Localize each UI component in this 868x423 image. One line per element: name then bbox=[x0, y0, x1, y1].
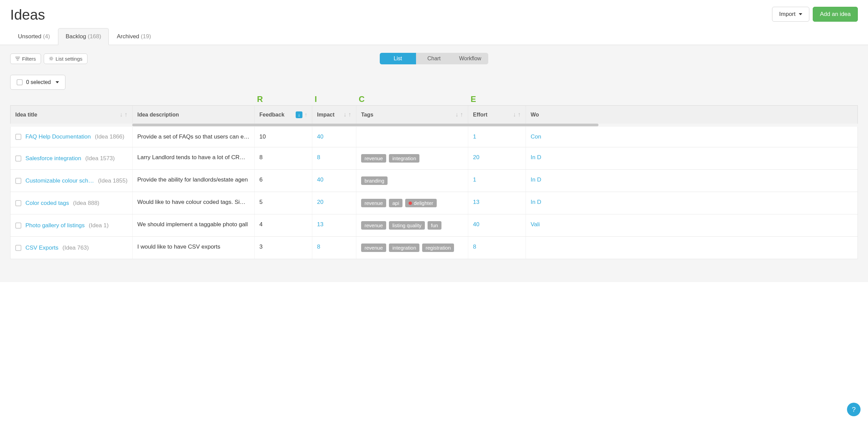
select-all-pill[interactable]: 0 selected bbox=[10, 75, 65, 90]
row-checkbox[interactable] bbox=[15, 178, 21, 184]
tag[interactable]: delighter bbox=[405, 199, 437, 207]
sort-active-desc-icon[interactable]: ↓ bbox=[296, 111, 302, 118]
cell-tags: revenueintegrationregistration bbox=[356, 237, 468, 259]
cell-feedback: 3 bbox=[255, 237, 312, 259]
sort-arrows-icon[interactable]: ↓ ↑ bbox=[455, 111, 463, 118]
cell-title: Salesforce integration(Idea 1573) bbox=[11, 147, 133, 169]
col-effort[interactable]: Effort ↓ ↑ bbox=[468, 106, 526, 124]
tag-label: integration bbox=[392, 245, 416, 251]
sort-arrows-icon[interactable]: ↓ ↑ bbox=[120, 111, 127, 118]
col-feedback[interactable]: Feedback ↓ ↑ bbox=[255, 106, 312, 124]
cell-tags: branding bbox=[356, 170, 468, 192]
col-workflow-label: Wo bbox=[531, 112, 539, 118]
tab-archived-count: (19) bbox=[141, 33, 151, 40]
filters-button[interactable]: Filters bbox=[10, 54, 41, 64]
tag-dot-icon bbox=[409, 202, 412, 205]
cell-effort[interactable]: 20 bbox=[468, 147, 526, 169]
cell-workflow[interactable]: Vali bbox=[526, 214, 567, 236]
cell-effort[interactable]: 13 bbox=[468, 192, 526, 214]
table-row[interactable]: Color coded tags(Idea 888)Would like to … bbox=[10, 192, 858, 214]
idea-id: (Idea 1855) bbox=[98, 177, 127, 184]
tab-unsorted[interactable]: Unsorted (4) bbox=[10, 28, 58, 45]
tag[interactable]: integration bbox=[389, 154, 419, 163]
idea-title-link[interactable]: Photo gallery of listings bbox=[25, 222, 85, 229]
rice-header-row: R I C E bbox=[0, 94, 868, 104]
cell-impact[interactable]: 40 bbox=[312, 170, 356, 192]
view-list[interactable]: List bbox=[380, 53, 416, 64]
col-description-label: Idea description bbox=[137, 112, 179, 118]
cell-effort[interactable]: 40 bbox=[468, 214, 526, 236]
tab-archived[interactable]: Archived (19) bbox=[109, 28, 159, 45]
cell-title: Photo gallery of listings(Idea 1) bbox=[11, 214, 133, 236]
row-checkbox[interactable] bbox=[15, 155, 21, 162]
sort-arrows-icon[interactable]: ↓ ↑ bbox=[343, 111, 351, 118]
svg-point-0 bbox=[50, 58, 52, 59]
rice-i-label: I bbox=[312, 94, 356, 104]
horizontal-scrollbar[interactable] bbox=[132, 124, 598, 126]
table-row[interactable]: FAQ Help Documentation(Idea 1866)Provide… bbox=[10, 127, 858, 147]
cell-effort[interactable]: 1 bbox=[468, 170, 526, 192]
col-tags[interactable]: Tags ↓ ↑ bbox=[356, 106, 468, 124]
tag[interactable]: revenue bbox=[361, 199, 386, 207]
tag[interactable]: listing quality bbox=[389, 221, 425, 230]
tag[interactable]: integration bbox=[389, 244, 419, 252]
filter-icon bbox=[15, 56, 20, 61]
cell-title: Color coded tags(Idea 888) bbox=[11, 192, 133, 214]
table-row[interactable]: Photo gallery of listings(Idea 1)We shou… bbox=[10, 214, 858, 237]
col-idea-title[interactable]: Idea title ↓ ↑ bbox=[11, 106, 133, 124]
cell-workflow[interactable] bbox=[526, 237, 567, 259]
table-row[interactable]: Salesforce integration(Idea 1573)Larry L… bbox=[10, 147, 858, 170]
cell-impact[interactable]: 8 bbox=[312, 147, 356, 169]
cell-effort[interactable]: 8 bbox=[468, 237, 526, 259]
import-button[interactable]: Import bbox=[772, 7, 809, 22]
sort-asc-icon[interactable]: ↑ bbox=[304, 112, 307, 118]
view-workflow[interactable]: Workflow bbox=[452, 53, 488, 64]
cell-workflow[interactable]: In D bbox=[526, 192, 567, 214]
col-workflow[interactable]: Wo bbox=[526, 106, 567, 124]
cell-effort[interactable]: 1 bbox=[468, 127, 526, 147]
rice-r-label: R bbox=[254, 94, 312, 104]
select-all-checkbox[interactable] bbox=[17, 79, 23, 85]
cell-title: Customizable colour sch…(Idea 1855) bbox=[11, 170, 133, 192]
tag[interactable]: branding bbox=[361, 176, 388, 185]
cell-impact[interactable]: 20 bbox=[312, 192, 356, 214]
tag[interactable]: api bbox=[389, 199, 402, 207]
view-chart[interactable]: Chart bbox=[416, 53, 452, 64]
idea-title-link[interactable]: Salesforce integration bbox=[25, 155, 81, 162]
tag-label: api bbox=[392, 200, 399, 206]
cell-feedback: 4 bbox=[255, 214, 312, 236]
sort-arrows-icon[interactable]: ↓ ↑ bbox=[513, 111, 521, 118]
cell-impact[interactable]: 13 bbox=[312, 214, 356, 236]
add-idea-button[interactable]: Add an idea bbox=[813, 7, 858, 22]
import-label: Import bbox=[779, 11, 795, 18]
row-checkbox[interactable] bbox=[15, 200, 21, 206]
list-settings-button[interactable]: List settings bbox=[44, 54, 87, 64]
cell-description: Provide a set of FAQs so that users can … bbox=[133, 127, 255, 147]
idea-title-link[interactable]: Color coded tags bbox=[25, 200, 69, 207]
cell-workflow[interactable]: In D bbox=[526, 147, 567, 169]
cell-workflow[interactable]: Con bbox=[526, 127, 567, 147]
row-checkbox[interactable] bbox=[15, 245, 21, 251]
col-impact[interactable]: Impact ↓ ↑ bbox=[312, 106, 356, 124]
tag[interactable]: fun bbox=[428, 221, 441, 230]
cell-description: We should implement a taggable photo gal… bbox=[133, 214, 255, 236]
cell-workflow[interactable]: In D bbox=[526, 170, 567, 192]
idea-title-link[interactable]: FAQ Help Documentation bbox=[25, 133, 91, 140]
col-description[interactable]: Idea description bbox=[133, 106, 255, 124]
cell-impact[interactable]: 40 bbox=[312, 127, 356, 147]
tag[interactable]: revenue bbox=[361, 244, 386, 252]
tag[interactable]: revenue bbox=[361, 221, 386, 230]
idea-title-link[interactable]: CSV Exports bbox=[25, 245, 58, 251]
row-checkbox[interactable] bbox=[15, 134, 21, 140]
tag[interactable]: registration bbox=[422, 244, 454, 252]
ideas-table: Idea title ↓ ↑ Idea description Feedback… bbox=[10, 105, 858, 259]
cell-description: Provide the ability for landlords/estate… bbox=[133, 170, 255, 192]
tab-backlog[interactable]: Backlog (168) bbox=[58, 28, 109, 45]
table-row[interactable]: Customizable colour sch…(Idea 1855)Provi… bbox=[10, 170, 858, 192]
tag[interactable]: revenue bbox=[361, 154, 386, 163]
table-row[interactable]: CSV Exports(Idea 763)I would like to hav… bbox=[10, 237, 858, 259]
idea-title-link[interactable]: Customizable colour sch… bbox=[25, 177, 94, 184]
cell-impact[interactable]: 8 bbox=[312, 237, 356, 259]
page-title: Ideas bbox=[10, 7, 45, 23]
row-checkbox[interactable] bbox=[15, 223, 21, 229]
